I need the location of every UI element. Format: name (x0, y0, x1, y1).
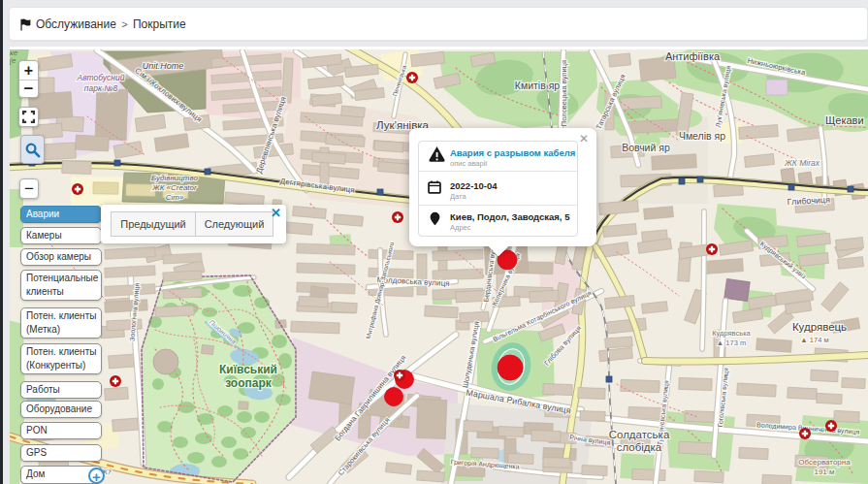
svg-text:слобідка: слобідка (617, 441, 662, 453)
svg-text:Щекави: Щекави (825, 114, 864, 126)
svg-text:▲ 174 м: ▲ 174 м (800, 336, 828, 344)
svg-text:Автобусний: Автобусний (77, 73, 125, 82)
svg-text:Unit.Home: Unit.Home (143, 61, 184, 71)
svg-text:зоопарк: зоопарк (225, 376, 273, 390)
svg-text:ЖК «Creator: ЖК «Creator (151, 183, 197, 192)
svg-text:Київський: Київський (219, 363, 277, 376)
svg-text:Обсерваторна: Обсерваторна (798, 458, 851, 467)
svg-text:Чмелів яр: Чмелів яр (679, 130, 725, 142)
svg-text:Будівництво: Будівництво (151, 174, 198, 182)
svg-text:Кудрявець: Кудрявець (792, 321, 847, 333)
svg-text:Вовчий яр: Вовчий яр (622, 142, 670, 153)
svg-text:Сіт»: Сіт» (166, 193, 184, 202)
svg-text:Половецька вулиця: Половецька вулиця (560, 60, 568, 126)
svg-text:ЖК Mirax: ЖК Mirax (784, 158, 820, 168)
svg-text:парк №8: парк №8 (84, 83, 118, 93)
svg-text:Солдатська: Солдатська (609, 429, 670, 440)
svg-text:191 м: 191 м (814, 468, 834, 476)
svg-text:(е: (е (10, 56, 16, 65)
svg-text:Антифіївка: Антифіївка (665, 50, 721, 62)
svg-text:Кмитів яр: Кмитів яр (515, 80, 561, 91)
svg-text:Кудрявська: Кудрявська (712, 329, 751, 338)
svg-text:▲ 173 m: ▲ 173 m (717, 339, 746, 347)
